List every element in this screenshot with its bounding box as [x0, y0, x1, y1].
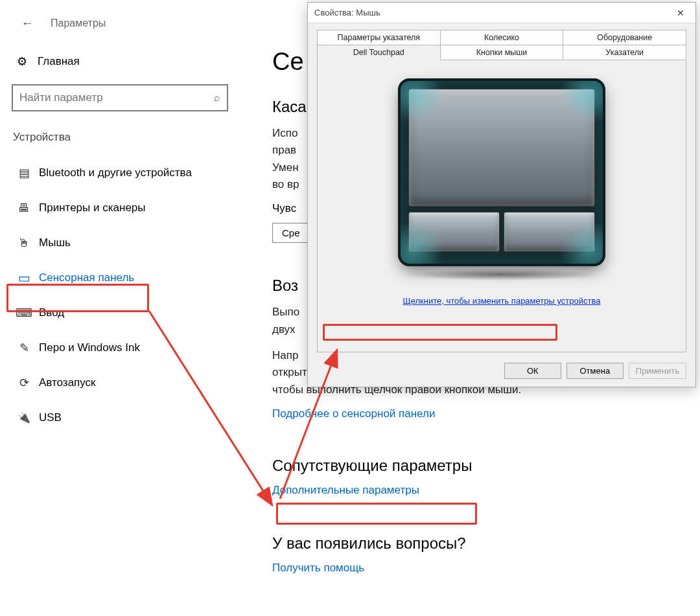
- tab-wheel[interactable]: Колесико: [441, 30, 564, 45]
- home-label: Главная: [38, 55, 80, 68]
- touchpad-left-button: [408, 212, 500, 252]
- sidebar-item-usb[interactable]: USB: [9, 400, 231, 435]
- home-row[interactable]: Главная: [9, 48, 231, 84]
- sidebar-item-label: USB: [39, 411, 62, 424]
- keyboard-icon: [16, 306, 32, 320]
- back-arrow-icon[interactable]: ←: [18, 14, 36, 32]
- touchpad-icon: [18, 270, 30, 286]
- sidebar-item-label: Автозапуск: [39, 376, 96, 389]
- tab-hardware[interactable]: Оборудование: [563, 30, 686, 45]
- tab-dell-touchpad[interactable]: Dell Touchpad: [317, 45, 441, 60]
- questions-heading: У вас появились вопросы?: [272, 534, 674, 553]
- dialog-title: Свойства: Мышь: [314, 8, 380, 17]
- sidebar-item-pen[interactable]: Перо и Windows Ink: [9, 330, 231, 365]
- gear-icon: [17, 54, 27, 69]
- mouse-properties-dialog: Свойства: Мышь ✕ Параметры указателя Кол…: [307, 2, 696, 387]
- search-input[interactable]: [19, 91, 214, 104]
- get-help-link[interactable]: Получить помощь: [272, 562, 364, 575]
- sidebar-item-label: Сенсорная панель: [39, 271, 134, 284]
- sidebar: Главная ⌕ Устройства Bluetooth и другие …: [0, 41, 240, 575]
- cancel-button[interactable]: Отмена: [566, 363, 624, 379]
- change-device-settings-link[interactable]: Щелкните, чтобы изменить параметры устро…: [403, 296, 601, 306]
- sidebar-item-bluetooth[interactable]: Bluetooth и другие устройства: [9, 155, 231, 190]
- tab-pointer-options[interactable]: Параметры указателя: [317, 30, 441, 45]
- tab-panel: Щелкните, чтобы изменить параметры устро…: [317, 60, 686, 352]
- close-icon[interactable]: ✕: [668, 4, 693, 22]
- print-icon: [18, 201, 30, 215]
- usb-icon: [18, 411, 30, 424]
- sidebar-item-typing[interactable]: Ввод: [9, 295, 231, 330]
- sidebar-item-label: Мышь: [39, 236, 71, 249]
- category-label: Устройства: [9, 131, 231, 155]
- tab-pointers[interactable]: Указатели: [563, 45, 686, 60]
- learn-more-link[interactable]: Подробнее о сенсорной панели: [272, 407, 435, 420]
- touchpad-surface: [408, 89, 595, 207]
- search-box[interactable]: ⌕: [12, 84, 228, 111]
- ok-button[interactable]: ОК: [504, 363, 561, 379]
- window-title: Параметры: [51, 17, 106, 29]
- mouse-icon: [18, 236, 30, 250]
- tab-strip: Параметры указателя Колесико Оборудовани…: [317, 30, 686, 60]
- apply-button: Применить: [629, 363, 686, 379]
- search-icon: ⌕: [214, 92, 220, 104]
- sidebar-item-autoplay[interactable]: Автозапуск: [9, 365, 231, 400]
- pen-icon: [19, 341, 29, 355]
- sidebar-item-label: Bluetooth и другие устройства: [39, 166, 192, 179]
- autoplay-icon: [19, 376, 29, 390]
- sidebar-item-mouse[interactable]: Мышь: [9, 225, 231, 260]
- related-heading: Сопутствующие параметры: [272, 457, 674, 475]
- touchpad-graphic: [398, 78, 605, 266]
- touchpad-right-button: [504, 212, 595, 252]
- dialog-titlebar[interactable]: Свойства: Мышь ✕: [308, 3, 695, 23]
- sidebar-item-label: Перо и Windows Ink: [39, 341, 140, 354]
- additional-params-link[interactable]: Дополнительные параметры: [272, 484, 419, 497]
- sidebar-item-printers[interactable]: Принтеры и сканеры: [9, 190, 231, 225]
- sidebar-item-label: Принтеры и сканеры: [39, 201, 146, 214]
- bt-icon: [19, 166, 30, 180]
- sidebar-item-label: Ввод: [39, 306, 64, 319]
- dialog-button-row: ОК Отмена Применить: [308, 358, 695, 387]
- tab-mouse-buttons[interactable]: Кнопки мыши: [441, 45, 564, 60]
- sidebar-item-touchpad[interactable]: Сенсорная панель: [9, 260, 231, 295]
